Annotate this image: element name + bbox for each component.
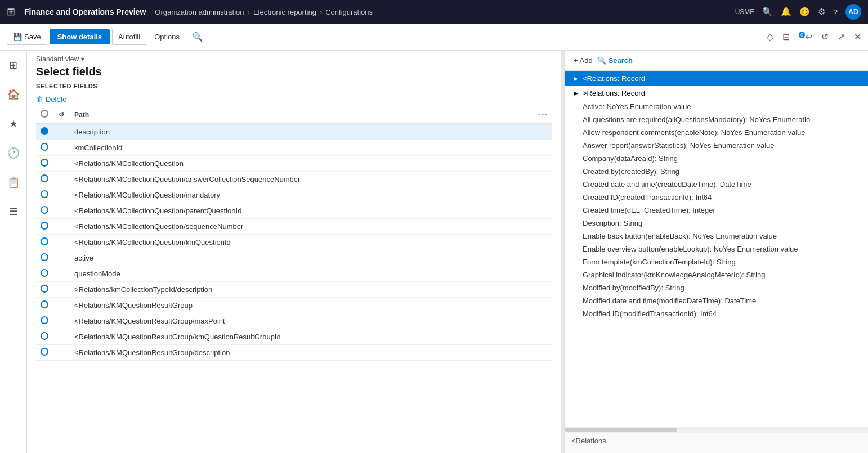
row-radio-col[interactable] <box>36 282 54 298</box>
expand-icon[interactable]: ⤢ <box>838 32 845 42</box>
smiley-icon[interactable]: 😊 <box>799 7 810 17</box>
select-all-radio[interactable] <box>41 110 48 118</box>
row-radio[interactable] <box>41 190 48 198</box>
table-row[interactable]: <Relations/KMCollectionQuestion/kmQuesti… <box>36 235 552 250</box>
settings-icon[interactable]: ⚙ <box>818 7 825 17</box>
toolbar-search-icon[interactable]: 🔍 <box>192 32 203 42</box>
sidebar-recent-icon[interactable]: 🕐 <box>3 143 24 163</box>
user-avatar[interactable]: AD <box>845 4 861 20</box>
row-radio[interactable] <box>41 222 48 230</box>
row-radio-col[interactable] <box>36 345 54 361</box>
panel-toggle-icon[interactable]: ⊟ <box>782 32 790 42</box>
tree-expand-icon[interactable]: ▶ <box>571 74 580 83</box>
field-item[interactable]: Created time(dEL_CreatedTime): Integer <box>565 204 868 217</box>
close-icon[interactable]: ✕ <box>854 32 861 42</box>
row-radio[interactable] <box>41 127 48 135</box>
table-row[interactable]: <Relations/KMQuestionResultGroup/kmQuest… <box>36 329 552 345</box>
field-item[interactable]: Allow respondent comments(enableNote): N… <box>565 126 868 139</box>
field-item[interactable]: Created date and time(createdDateTime): … <box>565 178 868 191</box>
search-nav-icon[interactable]: 🔍 <box>762 7 773 17</box>
row-radio[interactable] <box>41 174 48 182</box>
row-radio[interactable] <box>41 332 48 340</box>
row-radio-col[interactable] <box>36 250 54 266</box>
row-radio-col[interactable] <box>36 235 54 250</box>
row-radio-col[interactable] <box>36 187 54 203</box>
row-radio-col[interactable] <box>36 140 54 156</box>
field-item[interactable]: Modified date and time(modifiedDateTime)… <box>565 294 868 307</box>
sidebar-filter-icon[interactable]: ⊞ <box>3 55 24 75</box>
table-row[interactable]: active <box>36 250 552 266</box>
field-item[interactable]: Enable overview button(enableLookup): No… <box>565 243 868 255</box>
row-radio-col[interactable] <box>36 124 54 140</box>
delete-button[interactable]: 🗑 Delete <box>36 95 67 104</box>
field-item[interactable]: Modified by(modifiedBy): String <box>565 281 868 294</box>
table-row[interactable]: kmCollectionId <box>36 140 552 156</box>
row-radio-col[interactable] <box>36 219 54 235</box>
table-row[interactable]: <Relations/KMQuestionResultGroup/descrip… <box>36 345 552 361</box>
sidebar-workspaces-icon[interactable]: 📋 <box>3 172 24 192</box>
table-row[interactable]: questionMode <box>36 266 552 282</box>
row-radio-col[interactable] <box>36 266 54 282</box>
row-radio-col[interactable] <box>36 203 54 219</box>
field-item[interactable]: Enable back button(enableBack): NoYes En… <box>565 230 868 243</box>
row-radio[interactable] <box>41 143 48 151</box>
diamond-icon[interactable]: ◇ <box>767 32 773 42</box>
field-item[interactable]: Answer report(answerStatistics): NoYes E… <box>565 139 868 152</box>
refresh-icon[interactable]: ↺ <box>821 32 829 42</box>
horizontal-scrollbar[interactable] <box>565 427 868 433</box>
field-item[interactable]: Graphical indicator(kmKnowledgeAnalogMet… <box>565 268 868 281</box>
row-radio[interactable] <box>41 316 48 324</box>
breadcrumb-org[interactable]: Organization administration <box>155 8 244 16</box>
autofill-button[interactable]: Autofill <box>112 29 146 45</box>
fields-table-container[interactable]: ↺ Path ⋯ descriptionkmCollectionId<Relat… <box>27 106 561 453</box>
row-radio[interactable] <box>41 348 48 356</box>
refresh-col-icon[interactable]: ↺ <box>59 111 64 119</box>
field-item[interactable]: Active: NoYes Enumeration value <box>565 100 868 113</box>
row-radio-col[interactable] <box>36 172 54 187</box>
table-row[interactable]: <Relations/KMCollectionQuestion <box>36 156 552 172</box>
row-radio[interactable] <box>41 285 48 293</box>
row-radio-col[interactable] <box>36 298 54 313</box>
field-item[interactable]: Created ID(createdTransactionId): Int64 <box>565 191 868 204</box>
standard-view-dropdown[interactable]: Standard view ▾ <box>36 55 552 63</box>
search-button[interactable]: 🔍 Search <box>597 56 633 65</box>
tree-item[interactable]: ▶<Relations: Record <box>565 71 868 86</box>
field-item[interactable]: Modified ID(modifiedTransactionId): Int6… <box>565 307 868 320</box>
table-row[interactable]: <Relations/KMCollectionQuestion/sequence… <box>36 219 552 235</box>
table-row[interactable]: <Relations/KMCollectionQuestion/answerCo… <box>36 172 552 187</box>
table-row[interactable]: description <box>36 124 552 140</box>
bell-icon[interactable]: 🔔 <box>781 7 791 17</box>
sidebar-favorites-icon[interactable]: ★ <box>3 114 24 134</box>
sidebar-modules-icon[interactable]: ☰ <box>3 201 24 222</box>
field-item[interactable]: Form template(kmCollectionTemplateId): S… <box>565 255 868 268</box>
show-details-button[interactable]: Show details <box>50 29 110 44</box>
table-row[interactable]: >Relations/kmCollectionTypeId/descriptio… <box>36 282 552 298</box>
column-options-icon[interactable]: ⋯ <box>538 110 547 119</box>
grid-icon[interactable]: ⊞ <box>7 6 15 18</box>
add-button[interactable]: + Add <box>571 56 593 65</box>
field-item[interactable]: Company(dataAreaId): String <box>565 152 868 165</box>
table-row[interactable]: <Relations/KMQuestionResultGroup <box>36 298 552 313</box>
tree-item[interactable]: ▶>Relations: Record <box>565 86 868 100</box>
row-radio[interactable] <box>41 159 48 167</box>
help-icon[interactable]: ? <box>833 7 838 17</box>
row-radio-col[interactable] <box>36 156 54 172</box>
row-radio[interactable] <box>41 237 48 245</box>
options-button[interactable]: Options <box>149 29 185 44</box>
notification-count-icon[interactable]: 0↩ <box>799 32 812 42</box>
row-radio-col[interactable] <box>36 313 54 329</box>
row-radio[interactable] <box>41 300 48 308</box>
sidebar-home-icon[interactable]: 🏠 <box>3 84 24 105</box>
row-radio-col[interactable] <box>36 329 54 345</box>
row-radio[interactable] <box>41 206 48 214</box>
tree-expand-icon[interactable]: ▶ <box>571 88 580 97</box>
field-item[interactable]: Description: String <box>565 217 868 230</box>
right-panel-list[interactable]: ▶<Relations: Record▶>Relations: Record A… <box>565 71 868 427</box>
table-row[interactable]: <Relations/KMCollectionQuestion/mandator… <box>36 187 552 203</box>
table-row[interactable]: <Relations/KMCollectionQuestion/parentQu… <box>36 203 552 219</box>
table-row[interactable]: <Relations/KMQuestionResultGroup/maxPoin… <box>36 313 552 329</box>
row-radio[interactable] <box>41 269 48 277</box>
field-item[interactable]: Created by(createdBy): String <box>565 165 868 178</box>
save-button[interactable]: 💾 Save <box>7 29 47 45</box>
row-radio[interactable] <box>41 253 48 261</box>
